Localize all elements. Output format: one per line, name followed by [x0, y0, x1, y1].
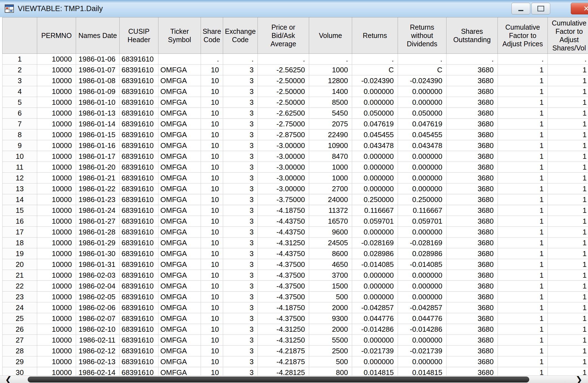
cell[interactable]: 3 — [223, 65, 258, 75]
column-header[interactable]: PERMNO — [37, 17, 76, 54]
column-header[interactable]: Ticker Symbol — [158, 17, 201, 54]
cell[interactable]: OMFGA — [158, 97, 201, 108]
cell[interactable]: 1 — [548, 75, 588, 86]
row-number-cell[interactable]: 6 — [2, 108, 37, 119]
cell[interactable]: 1986-01-16 — [76, 140, 120, 151]
cell[interactable]: OMFGA — [158, 151, 201, 162]
cell[interactable]: 10 — [201, 248, 223, 259]
cell[interactable]: 10000 — [37, 162, 76, 173]
cell[interactable]: 68391610 — [120, 108, 158, 119]
column-header[interactable]: Names Date — [76, 17, 120, 54]
cell[interactable]: 1 — [498, 270, 548, 281]
cell[interactable]: 10000 — [37, 129, 76, 140]
cell[interactable]: 8470 — [309, 151, 352, 162]
cell[interactable]: OMFGA — [158, 259, 201, 270]
cell[interactable]: 3 — [223, 216, 258, 227]
cell[interactable]: 0.000000 — [398, 183, 446, 194]
column-header[interactable]: Exchange Code — [223, 17, 258, 54]
cell[interactable]: 1 — [548, 302, 588, 313]
cell[interactable]: OMFGA — [158, 140, 201, 151]
cell[interactable]: 10000 — [37, 140, 76, 151]
cell[interactable]: 1986-02-13 — [76, 356, 120, 367]
cell[interactable]: 68391610 — [120, 313, 158, 324]
cell[interactable]: 68391610 — [120, 216, 158, 227]
row-number-cell[interactable]: 11 — [2, 162, 37, 173]
cell[interactable]: 10 — [201, 292, 223, 302]
cell[interactable]: 1500 — [309, 281, 352, 292]
cell[interactable]: 68391610 — [120, 65, 158, 75]
cell[interactable]: 0.028986 — [398, 248, 446, 259]
scroll-left-arrow-icon[interactable]: ❮ — [5, 375, 12, 383]
cell[interactable]: 10000 — [37, 259, 76, 270]
cell[interactable]: OMFGA — [158, 356, 201, 367]
cell[interactable]: 1 — [498, 205, 548, 216]
column-header[interactable]: Returns — [352, 17, 398, 54]
cell[interactable]: 0.000000 — [398, 97, 446, 108]
cell[interactable]: 10 — [201, 346, 223, 356]
cell[interactable]: 10 — [201, 151, 223, 162]
cell[interactable]: 68391610 — [120, 302, 158, 313]
cell[interactable]: 68391610 — [120, 270, 158, 281]
cell[interactable]: 1 — [548, 108, 588, 119]
cell[interactable]: 10 — [201, 173, 223, 183]
cell[interactable]: -0.014085 — [352, 259, 398, 270]
cell[interactable]: 3680 — [446, 227, 498, 238]
cell[interactable]: 1 — [548, 129, 588, 140]
cell[interactable]: 3 — [223, 162, 258, 173]
cell[interactable]: 1986-01-13 — [76, 108, 120, 119]
cell[interactable]: 1986-02-12 — [76, 346, 120, 356]
cell[interactable]: 0.044776 — [398, 313, 446, 324]
cell[interactable]: -4.18750 — [258, 205, 309, 216]
cell[interactable]: 3680 — [446, 194, 498, 205]
cell[interactable]: 8500 — [309, 97, 352, 108]
maximize-button[interactable] — [531, 3, 550, 14]
cell[interactable]: 0.000000 — [352, 292, 398, 302]
cell[interactable]: 1 — [498, 216, 548, 227]
cell[interactable]: OMFGA — [158, 216, 201, 227]
cell[interactable]: 0.000000 — [352, 335, 398, 346]
cell[interactable]: 16570 — [309, 216, 352, 227]
cell[interactable]: 68391610 — [120, 140, 158, 151]
cell[interactable]: 10 — [201, 65, 223, 75]
cell[interactable]: 11372 — [309, 205, 352, 216]
cell[interactable]: 68391610 — [120, 173, 158, 183]
cell[interactable]: -4.31250 — [258, 335, 309, 346]
cell[interactable]: -4.21875 — [258, 356, 309, 367]
cell[interactable]: . — [352, 54, 398, 65]
cell[interactable]: 1 — [498, 238, 548, 248]
cell[interactable]: 1 — [548, 324, 588, 335]
cell[interactable]: 1986-01-15 — [76, 129, 120, 140]
cell[interactable]: 3680 — [446, 183, 498, 194]
cell[interactable]: OMFGA — [158, 119, 201, 129]
cell[interactable]: 0.044776 — [352, 313, 398, 324]
cell[interactable]: C — [352, 65, 398, 75]
cell[interactable]: 1 — [498, 281, 548, 292]
cell[interactable]: 0.059701 — [398, 216, 446, 227]
cell[interactable]: 3 — [223, 259, 258, 270]
cell[interactable]: 3680 — [446, 140, 498, 151]
cell[interactable]: 1 — [548, 162, 588, 173]
cell[interactable]: 1 — [498, 313, 548, 324]
cell[interactable]: -3.75000 — [258, 194, 309, 205]
cell[interactable]: 4650 — [309, 259, 352, 270]
cell[interactable]: 3700 — [309, 270, 352, 281]
cell[interactable]: 68391610 — [120, 162, 158, 173]
cell[interactable]: 68391610 — [120, 248, 158, 259]
cell[interactable]: 0.000000 — [398, 162, 446, 173]
cell[interactable]: 12800 — [309, 75, 352, 86]
cell[interactable]: 1 — [498, 227, 548, 238]
cell[interactable]: 0.045455 — [398, 129, 446, 140]
cell[interactable]: -4.18750 — [258, 302, 309, 313]
cell[interactable]: -4.43750 — [258, 248, 309, 259]
cell[interactable]: OMFGA — [158, 281, 201, 292]
cell[interactable]: 10000 — [37, 313, 76, 324]
cell[interactable]: 3680 — [446, 65, 498, 75]
cell[interactable]: 1000 — [309, 65, 352, 75]
cell[interactable]: 1 — [498, 248, 548, 259]
cell[interactable]: OMFGA — [158, 270, 201, 281]
cell[interactable]: 1986-02-07 — [76, 313, 120, 324]
cell[interactable]: 10 — [201, 281, 223, 292]
cell[interactable]: 10 — [201, 129, 223, 140]
cell[interactable]: 3 — [223, 281, 258, 292]
row-number-cell[interactable]: 25 — [2, 313, 37, 324]
